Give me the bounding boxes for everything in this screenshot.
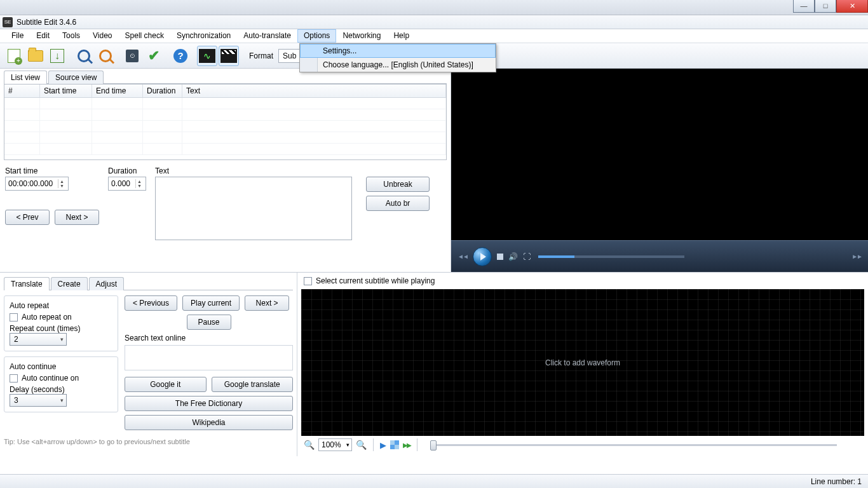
menu-file[interactable]: File [5, 29, 30, 43]
searchonline-input[interactable] [125, 345, 293, 370]
grid-body [4, 98, 446, 155]
table-row[interactable] [4, 132, 446, 144]
repeatcount-label: Repeat count (times) [10, 324, 112, 333]
waveform-area[interactable]: Click to add waveform [301, 289, 864, 436]
table-row[interactable] [4, 109, 446, 121]
status-bar: Line number: 1 [0, 474, 868, 488]
next-subtitle-button[interactable]: Next > [55, 210, 99, 225]
table-row[interactable] [4, 144, 446, 155]
menu-networking[interactable]: Networking [336, 29, 387, 43]
spinner-up-icon[interactable]: ▲ [58, 179, 65, 184]
toolbar-waveform-button[interactable] [197, 46, 217, 66]
free-dictionary-button[interactable]: The Free Dictionary [125, 396, 293, 411]
grid-header-duration[interactable]: Duration [143, 85, 182, 97]
google-translate-button[interactable]: Google translate [212, 377, 294, 392]
select-current-label: Select current subtitle while playing [316, 276, 435, 285]
grid-header-end[interactable]: End time [92, 85, 143, 97]
repeatcount-value: 2 [14, 335, 18, 344]
grid-header-number[interactable]: # [4, 85, 40, 97]
autorepeat-label: Auto repeat on [22, 313, 72, 322]
wikipedia-button[interactable]: Wikipedia [125, 415, 293, 430]
wave-play-button[interactable]: ▶ [380, 440, 386, 450]
forward-icon[interactable]: ►► [851, 253, 862, 260]
translate-pause-button[interactable]: Pause [187, 315, 231, 330]
autocontinue-checkbox[interactable] [10, 374, 18, 383]
zoom-out-icon[interactable]: 🔍 [304, 440, 315, 450]
translate-previous-button[interactable]: < Previous [125, 295, 177, 311]
menu-options-choose-language[interactable]: Choose language... [English (United Stat… [300, 58, 496, 72]
new-file-icon [8, 49, 20, 63]
tab-sourceview[interactable]: Source view [48, 71, 104, 84]
autorepeat-checkbox[interactable] [10, 313, 18, 322]
grid-header-text[interactable]: Text [182, 85, 446, 97]
starttime-input[interactable]: 00:00:00.000 ▲▼ [5, 177, 69, 191]
autobr-button[interactable]: Auto br [366, 196, 430, 211]
select-current-checkbox[interactable] [304, 277, 312, 285]
zoom-in-icon[interactable]: 🔍 [356, 440, 367, 450]
unbreak-button[interactable]: Unbreak [366, 177, 430, 192]
toolbar-fix-button[interactable]: ⏲ [122, 46, 142, 66]
tab-listview[interactable]: List view [4, 71, 47, 84]
subtitle-grid[interactable]: # Start time End time Duration Text [4, 84, 447, 160]
toolbar-spellcheck-button[interactable] [144, 46, 164, 66]
translate-next-button[interactable]: Next > [245, 295, 289, 311]
bottom-area: Translate Create Adjust Auto repeat Auto… [0, 272, 868, 456]
waveform-placeholder: Click to add waveform [545, 358, 620, 367]
volume-icon[interactable] [508, 252, 518, 261]
toolbar-find-button[interactable] [74, 46, 94, 66]
wave-position-slider[interactable] [430, 444, 837, 446]
play-button[interactable] [473, 247, 492, 266]
autocontinue-title: Auto continue [10, 362, 112, 371]
menu-video[interactable]: Video [86, 29, 118, 43]
menu-options-settings[interactable]: Settings... [300, 44, 496, 58]
toolbar-new-button[interactable] [4, 46, 24, 66]
clapperboard-icon [220, 49, 237, 63]
toolbar-help-button[interactable]: ? [170, 46, 191, 66]
menu-options[interactable]: Options [297, 29, 336, 43]
menu-edit[interactable]: Edit [30, 29, 56, 43]
table-row[interactable] [4, 121, 446, 132]
window-minimize-button[interactable]: — [793, 0, 815, 13]
wave-grid-icon[interactable] [390, 440, 399, 449]
fullscreen-icon[interactable] [523, 252, 531, 261]
repeatcount-select[interactable]: 2 [10, 333, 67, 346]
duration-value: 0.000 [111, 179, 130, 188]
stop-button[interactable] [497, 254, 503, 260]
tab-create[interactable]: Create [51, 277, 88, 290]
toolbar-open-button[interactable] [25, 46, 46, 66]
delay-select[interactable]: 3 [10, 394, 67, 407]
menu-autotranslate[interactable]: Auto-translate [237, 29, 297, 43]
duration-input[interactable]: 0.000 ▲▼ [108, 177, 146, 191]
toolbar-video-button[interactable] [219, 46, 239, 66]
wave-fastforward-icon[interactable] [403, 440, 410, 449]
tab-translate[interactable]: Translate [4, 277, 50, 290]
menu-tools[interactable]: Tools [56, 29, 86, 43]
seek-bar[interactable] [538, 255, 684, 258]
rewind-icon[interactable]: ◄◄ [458, 253, 468, 260]
prev-subtitle-button[interactable]: < Prev [5, 210, 50, 225]
fix-errors-icon: ⏲ [126, 50, 139, 62]
translate-pane: Translate Create Adjust Auto repeat Auto… [0, 273, 297, 456]
spinner-up-icon[interactable]: ▲ [135, 179, 143, 184]
subtitle-text-input[interactable] [155, 177, 352, 240]
spinner-down-icon[interactable]: ▼ [58, 184, 65, 188]
table-row[interactable] [4, 98, 446, 109]
menu-spellcheck[interactable]: Spell check [119, 29, 170, 43]
menu-synchronization[interactable]: Synchronization [170, 29, 237, 43]
menu-help[interactable]: Help [387, 29, 416, 43]
grid-header-start[interactable]: Start time [40, 85, 92, 97]
tab-adjust[interactable]: Adjust [89, 277, 124, 290]
toolbar-replace-button[interactable] [95, 46, 116, 66]
format-value: Sub [283, 51, 296, 60]
spinner-down-icon[interactable]: ▼ [135, 184, 143, 188]
app-icon: SE [3, 17, 13, 27]
zoom-select[interactable]: 100% [318, 438, 352, 451]
autocontinue-group: Auto continue Auto continue on Delay (se… [4, 356, 118, 412]
google-it-button[interactable]: Google it [125, 377, 207, 392]
window-close-button[interactable]: ✕ [836, 0, 868, 13]
translate-playcurrent-button[interactable]: Play current [182, 295, 240, 311]
slider-thumb[interactable] [430, 440, 437, 451]
window-maximize-button[interactable]: □ [815, 0, 836, 13]
video-controls: ◄◄ ►► [451, 240, 868, 272]
toolbar-save-button[interactable] [47, 46, 67, 66]
